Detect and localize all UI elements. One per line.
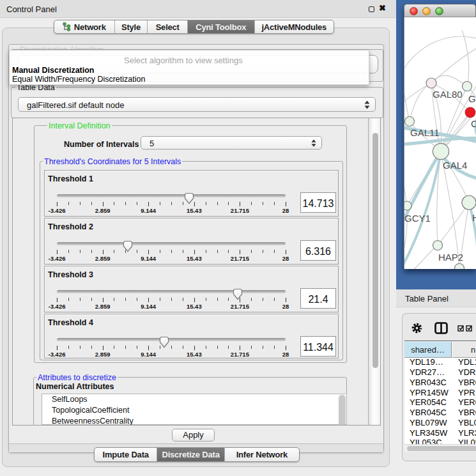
svg-text:GAL4: GAL4 (443, 160, 467, 171)
svg-text:GCY1: GCY1 (404, 213, 431, 224)
svg-text:H: H (472, 212, 476, 223)
svg-text:G.: G. (468, 93, 476, 104)
svg-text:HAP2: HAP2 (438, 252, 463, 263)
svg-text:CO: CO (471, 118, 476, 129)
svg-text:GAL11: GAL11 (410, 127, 440, 138)
svg-text:GAL80: GAL80 (433, 89, 463, 100)
